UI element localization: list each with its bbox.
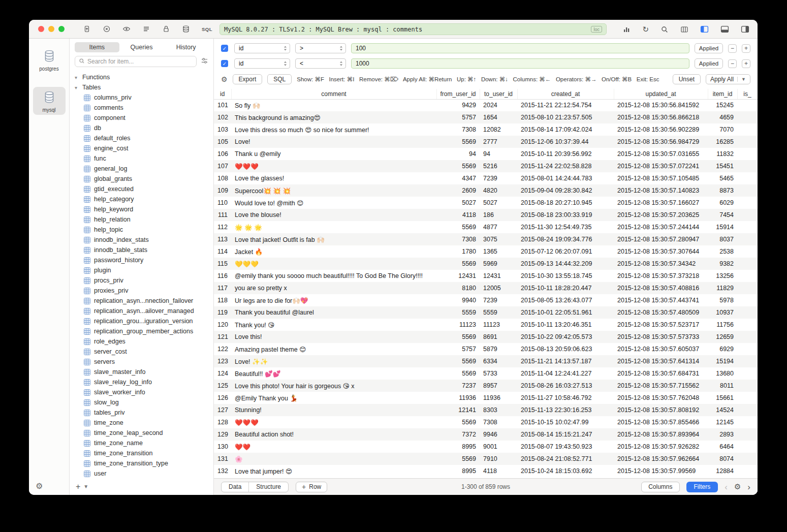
applied-button[interactable]: Applied [695,58,723,69]
cell-item_id[interactable]: 11829 [708,282,737,294]
filter-column-select[interactable]: id [234,58,290,69]
cell-id[interactable]: 106 [214,148,231,160]
cell-item_id[interactable]: 14524 [708,404,737,416]
cell-created_at[interactable]: 2015-08-24 21:08:52.771 [517,453,614,465]
sidebar-item-slave_worker_info[interactable]: slave_worker_info [70,387,213,397]
cell-is_[interactable] [737,123,758,136]
right-panel-icon[interactable] [741,25,749,34]
cell-id[interactable]: 125 [214,380,231,392]
cell-created_at[interactable]: 2015-10-24 18:15:03.692 [517,465,614,477]
sidebar-item-slave_relay_log_info[interactable]: slave_relay_log_info [70,377,213,387]
cell-id[interactable]: 126 [214,392,231,404]
cell-from_user_id[interactable]: 4347 [436,172,480,184]
cell-item_id[interactable]: 12145 [708,416,737,428]
connection-mysql[interactable]: mysql [33,87,66,115]
cell-item_id[interactable]: 9382 [708,258,737,270]
cell-item_id[interactable]: 4659 [708,111,737,123]
sidebar-item-gtid_executed[interactable]: gtid_executed [70,184,213,194]
cell-updated_at[interactable]: 2015-12-08 15:30:57.307644 [614,245,708,258]
table-row[interactable]: 111Love the blouse!41181862015-08-18 23:… [214,209,758,221]
sidebar-item-innodb_table_stats[interactable]: innodb_table_stats [70,245,213,255]
cell-updated_at[interactable]: 2015-12-08 15:30:57.523717 [614,319,708,331]
cell-updated_at[interactable]: 2015-12-08 15:30:57.855466 [614,416,708,428]
cell-created_at[interactable]: 2015-12-06 10:37:39.44 [517,136,614,148]
table-columns-icon[interactable] [680,25,688,34]
table-row[interactable]: 120Thank you! 😘11123111232015-10-11 13:2… [214,319,758,331]
cell-item_id[interactable]: 8873 [708,184,737,197]
cell-updated_at[interactable]: 2015-12-08 15:30:57.962664 [614,453,708,465]
cell-created_at[interactable]: 2015-08-13 20:59:06.623 [517,343,614,355]
table-row[interactable]: 130❤️❤️899590012015-08-07 19:43:50.92320… [214,441,758,453]
cell-to_user_id[interactable]: 2777 [480,136,517,148]
cell-created_at[interactable]: 2015-08-10 21:23:57.505 [517,111,614,123]
cell-item_id[interactable]: 15245 [708,99,737,111]
table-row[interactable]: 122Amazing pastel theme 😊575758792015-08… [214,343,758,355]
cell-created_at[interactable]: 2015-11-24 22:02:58.828 [517,160,614,172]
cell-comment[interactable]: Love this! [231,331,436,343]
cell-comment[interactable]: So fly 🙌🏻 [231,99,436,111]
statusbar-gear-icon[interactable]: ⚙ [734,482,741,491]
cell-updated_at[interactable]: 2015-12-08 15:30:57.605037 [614,343,708,355]
cell-item_id[interactable]: 8074 [708,453,737,465]
cell-id[interactable]: 101 [214,99,231,111]
connect-icon[interactable] [83,25,91,33]
sidebar-item-innodb_index_stats[interactable]: innodb_index_stats [70,235,213,245]
sidebar-item-proxies_priv[interactable]: proxies_priv [70,286,213,296]
add-row-button[interactable]: + Row [296,482,327,492]
cell-to_user_id[interactable]: 1365 [480,245,517,258]
cell-id[interactable]: 127 [214,404,231,416]
tab-history[interactable]: History [164,42,208,52]
cell-comment[interactable]: Beautiful!! 💕💕 [231,367,436,380]
cell-updated_at[interactable]: 2015-12-08 15:30:57.808192 [614,404,708,416]
cell-item_id[interactable]: 15194 [708,355,737,367]
table-row[interactable]: 125Love this photo! Your hair is gorgeou… [214,380,758,392]
chart-icon[interactable] [622,25,631,34]
sidebar-item-time_zone_leap_second[interactable]: time_zone_leap_second [70,428,213,438]
cell-from_user_id[interactable]: 7237 [436,380,480,392]
cell-from_user_id[interactable]: 8180 [436,282,480,294]
cell-updated_at[interactable]: 2015-12-08 15:30:57.480509 [614,306,708,319]
minimize-window-button[interactable] [48,26,54,32]
cell-created_at[interactable]: 2015-11-27 10:58:46.792 [517,392,614,404]
cell-item_id[interactable]: 8011 [708,380,737,392]
cell-to_user_id[interactable]: 3075 [480,233,517,245]
cell-created_at[interactable]: 2015-11-13 22:30:16.253 [517,404,614,416]
cell-updated_at[interactable]: 2015-12-08 15:30:57.203625 [614,209,708,221]
cell-created_at[interactable]: 2015-08-07 19:43:50.923 [517,441,614,453]
cell-is_[interactable] [737,233,758,245]
sidebar-item-columns_priv[interactable]: columns_priv [70,92,213,103]
cell-to_user_id[interactable]: 6334 [480,355,517,367]
cell-id[interactable]: 117 [214,282,231,294]
cell-id[interactable]: 115 [214,258,231,270]
titlebar[interactable]: SQL MySQL 8.0.27 : TLSv1.2 : MySQL Brew … [29,20,758,39]
cell-from_user_id[interactable]: 7308 [436,123,480,136]
sidebar-item-procs_priv[interactable]: procs_priv [70,275,213,286]
cell-item_id[interactable]: 6464 [708,441,737,453]
cell-updated_at[interactable]: 2015-12-08 15:30:57.280947 [614,233,708,245]
cell-item_id[interactable]: 16285 [708,136,737,148]
cell-updated_at[interactable]: 2015-12-08 15:30:57.072241 [614,160,708,172]
cell-created_at[interactable]: 2015-08-14 15:15:21.247 [517,428,614,441]
cell-item_id[interactable]: 11832 [708,148,737,160]
cell-created_at[interactable]: 2015-11-21 14:13:57.187 [517,355,614,367]
table-row[interactable]: 102This background is amazing😍5757165420… [214,111,758,123]
search-box[interactable] [75,56,197,67]
sidebar-item-slow_log[interactable]: slow_log [70,397,213,408]
cell-from_user_id[interactable]: 5569 [436,221,480,233]
cell-to_user_id[interactable]: 7239 [480,294,517,306]
cell-id[interactable]: 111 [214,209,231,221]
sidebar-item-help_keyword[interactable]: help_keyword [70,204,213,214]
cell-updated_at[interactable]: 2015-12-08 15:30:56.902289 [614,123,708,136]
cell-item_id[interactable]: 5978 [708,294,737,306]
connection-postgres[interactable]: postgres [33,46,66,74]
filter-gear-icon[interactable]: ⚙ [221,75,228,83]
cell-comment[interactable]: Love! ✨✨ [231,355,436,367]
sql-icon[interactable]: SQL [202,26,212,32]
cell-updated_at[interactable]: 2015-12-08 15:30:57.34342 [614,258,708,270]
cell-id[interactable]: 107 [214,160,231,172]
cell-is_[interactable] [737,136,758,148]
sidebar-item-replication_group_member_actions[interactable]: replication_group_member_actions [70,326,213,336]
cell-item_id[interactable]: 15451 [708,160,737,172]
cell-from_user_id[interactable]: 5559 [436,306,480,319]
cell-is_[interactable] [737,465,758,477]
